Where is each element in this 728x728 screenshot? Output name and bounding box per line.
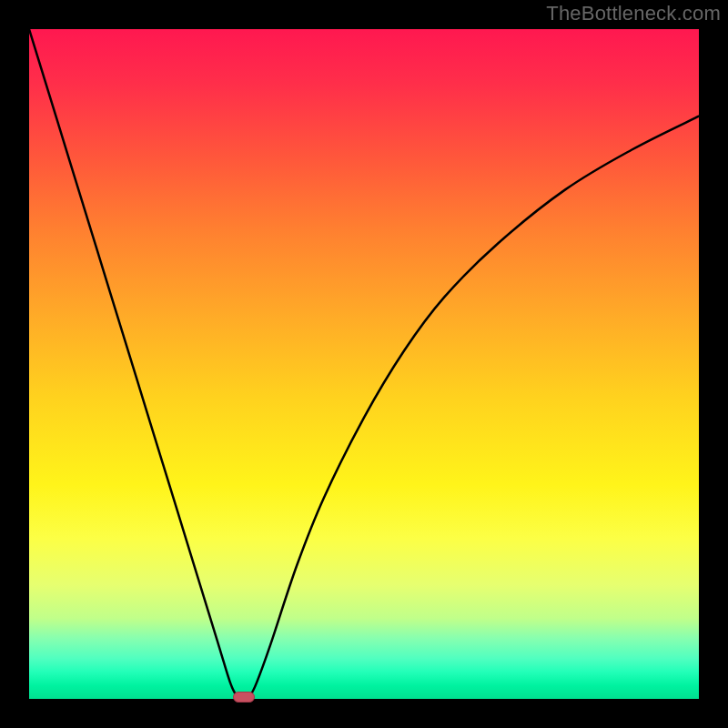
bottleneck-curve (29, 29, 699, 699)
chart-plot-area (29, 29, 699, 699)
optimum-marker (233, 692, 255, 703)
curve-svg (29, 29, 699, 699)
watermark-text: TheBottleneck.com (546, 2, 721, 25)
